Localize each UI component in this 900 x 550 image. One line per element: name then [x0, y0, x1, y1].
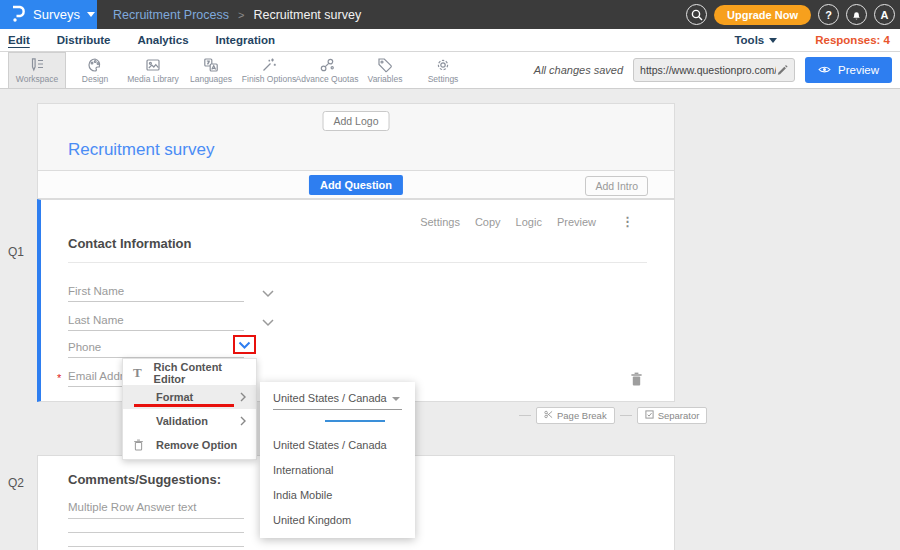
question-actions: Settings Copy Logic Preview ⋮	[420, 214, 634, 229]
magic-wand-icon	[261, 57, 277, 73]
dashed-connector	[620, 415, 632, 416]
nav-tabs: Edit Distribute Analytics Integration To…	[0, 29, 900, 52]
topbar-actions: Upgrade Now ? A	[686, 4, 900, 25]
question-title-q2[interactable]: Comments/Suggestions:	[68, 472, 221, 487]
question-copy-link[interactable]: Copy	[475, 216, 501, 228]
breadcrumb-current: Recruitment survey	[253, 8, 361, 22]
focus-indicator-line	[325, 420, 385, 422]
eye-icon	[818, 64, 831, 76]
search-icon[interactable]	[686, 4, 707, 25]
format-submenu-panel: United States / Canada United States / C…	[260, 382, 415, 538]
share-url-input[interactable]	[640, 64, 776, 76]
annotation-red-underline	[134, 404, 234, 407]
answer-line	[68, 532, 244, 533]
format-option-us-canada[interactable]: United States / Canada	[260, 432, 415, 457]
bell-icon[interactable]	[846, 4, 867, 25]
gear-icon	[435, 57, 451, 73]
survey-canvas: Add Logo Recruitment survey Add Question…	[0, 89, 900, 550]
topbar: Surveys Recruitment Process > Recruitmen…	[0, 0, 900, 29]
delete-row-trash-icon[interactable]	[630, 372, 643, 390]
tab-analytics[interactable]: Analytics	[137, 34, 188, 46]
row-options-context-menu: T Rich Content Editor Format Validation	[122, 358, 257, 460]
surveys-product-menu[interactable]: Surveys	[0, 0, 97, 29]
question-number-q1: Q1	[8, 245, 24, 259]
insert-controls-row: Page Break Separator	[519, 407, 707, 424]
format-option-united-kingdom[interactable]: United Kingdom	[260, 507, 415, 532]
separator-button[interactable]: Separator	[637, 407, 708, 424]
add-intro-button[interactable]: Add Intro	[585, 176, 648, 196]
survey-title[interactable]: Recruitment survey	[68, 140, 214, 160]
annotation-highlight-box	[233, 335, 256, 354]
toolbar-item-settings[interactable]: Settings	[414, 52, 472, 88]
more-options-icon[interactable]: ⋮	[621, 214, 634, 229]
phone-format-select[interactable]: United States / Canada	[273, 392, 402, 410]
required-asterisk: *	[57, 372, 61, 384]
toolbar-item-finish-options[interactable]: Finish Options	[240, 52, 298, 88]
chevron-down-icon	[392, 397, 400, 401]
responses-count[interactable]: Responses: 4	[815, 34, 890, 46]
tab-integration[interactable]: Integration	[216, 34, 275, 46]
image-icon	[145, 57, 161, 73]
question-divider	[68, 262, 647, 263]
tools-label: Tools	[734, 34, 764, 46]
breadcrumb: Recruitment Process > Recruitment survey	[113, 8, 361, 22]
question-settings-link[interactable]: Settings	[420, 216, 460, 228]
chevron-down-icon[interactable]	[262, 317, 274, 329]
menu-item-validation[interactable]: Validation	[123, 409, 256, 433]
toolbar-item-variables[interactable]: Variables	[356, 52, 414, 88]
page-break-button[interactable]: Page Break	[536, 407, 615, 424]
scissors-icon	[544, 410, 553, 421]
upgrade-now-button[interactable]: Upgrade Now	[714, 5, 811, 25]
toolbar-item-design[interactable]: Design	[66, 52, 124, 88]
format-options-list: United States / Canada International Ind…	[260, 432, 415, 532]
breadcrumb-separator: >	[238, 9, 244, 21]
toolbar-item-workspace[interactable]: Workspace	[8, 52, 66, 88]
chevron-down-icon	[769, 38, 777, 43]
palette-icon	[87, 57, 103, 73]
menu-item-remove-option[interactable]: Remove Option	[123, 433, 256, 457]
chain-links-icon	[319, 57, 335, 73]
chevron-down-icon	[87, 12, 95, 17]
answer-line	[68, 546, 244, 547]
question-number-q2: Q2	[8, 476, 24, 490]
question-logic-link[interactable]: Logic	[516, 216, 542, 228]
avatar[interactable]: A	[874, 4, 895, 25]
format-option-international[interactable]: International	[260, 457, 415, 482]
chevron-down-icon[interactable]	[262, 288, 274, 300]
multirow-answer-placeholder[interactable]: Multiple Row Answer text	[68, 501, 196, 513]
save-status: All changes saved	[534, 64, 623, 76]
chevron-right-icon	[240, 416, 246, 426]
help-icon[interactable]: ?	[818, 4, 839, 25]
tab-distribute[interactable]: Distribute	[57, 34, 111, 46]
questionpro-logo	[11, 5, 26, 25]
editor-toolbar: Workspace Design Media Library	[0, 52, 900, 89]
menu-item-rich-content-editor[interactable]: T Rich Content Editor	[123, 361, 256, 385]
breadcrumb-parent[interactable]: Recruitment Process	[113, 8, 229, 22]
questionpro-survey-editor: Surveys Recruitment Process > Recruitmen…	[0, 0, 900, 550]
phone-dropdown-chevron-icon[interactable]	[238, 336, 251, 354]
question-title-q1[interactable]: Contact Information	[68, 236, 192, 251]
toolbar-item-media-library[interactable]: Media Library	[124, 52, 182, 88]
share-url-box	[633, 58, 795, 82]
format-option-india-mobile[interactable]: India Mobile	[260, 482, 415, 507]
add-question-button[interactable]: Add Question	[309, 175, 403, 195]
tools-menu[interactable]: Tools	[734, 34, 777, 46]
workspace-icon	[29, 57, 45, 73]
surveys-menu-label: Surveys	[33, 7, 80, 22]
question-preview-link[interactable]: Preview	[557, 216, 596, 228]
edit-pencil-icon[interactable]	[776, 61, 788, 79]
add-question-row: Add Question Add Intro	[37, 171, 675, 199]
toolbar-item-advance-quotas[interactable]: Advance Quotas	[298, 52, 356, 88]
dashed-connector	[519, 415, 531, 416]
tag-icon	[377, 57, 393, 73]
trash-icon	[133, 439, 156, 451]
chevron-right-icon	[240, 392, 246, 402]
preview-button[interactable]: Preview	[805, 57, 892, 83]
field-row-last-name[interactable]: Last Name	[68, 314, 244, 331]
field-row-first-name[interactable]: First Name	[68, 285, 244, 302]
add-logo-button[interactable]: Add Logo	[323, 111, 390, 131]
toolbar-item-languages[interactable]: Languages	[182, 52, 240, 88]
translate-icon	[203, 57, 219, 73]
tab-edit[interactable]: Edit	[8, 34, 30, 46]
field-row-phone[interactable]: Phone	[68, 341, 244, 358]
